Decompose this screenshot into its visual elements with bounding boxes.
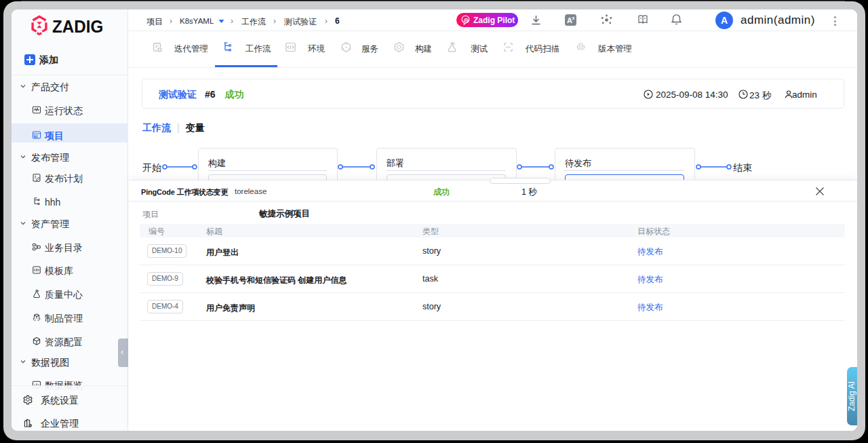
svg-text:PM: PM <box>35 135 38 138</box>
svg-text:x: x <box>572 16 575 20</box>
svg-text:AI: AI <box>465 19 468 22</box>
